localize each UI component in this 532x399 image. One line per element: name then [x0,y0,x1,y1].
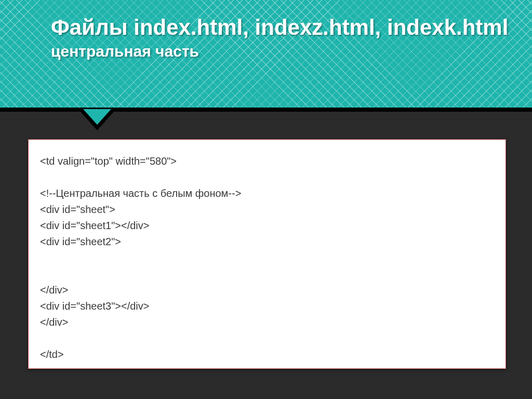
slide-subtitle: центральная часть [51,42,532,61]
slide-header: Файлы index.html, indexz.html, indexk.ht… [0,0,532,112]
header-notch [83,109,111,125]
content-panel: <td valign="top" width="580"> <!--Центра… [28,139,506,369]
code-block: <td valign="top" width="580"> <!--Центра… [40,153,495,363]
slide-title: Файлы index.html, indexz.html, indexk.ht… [51,15,532,41]
